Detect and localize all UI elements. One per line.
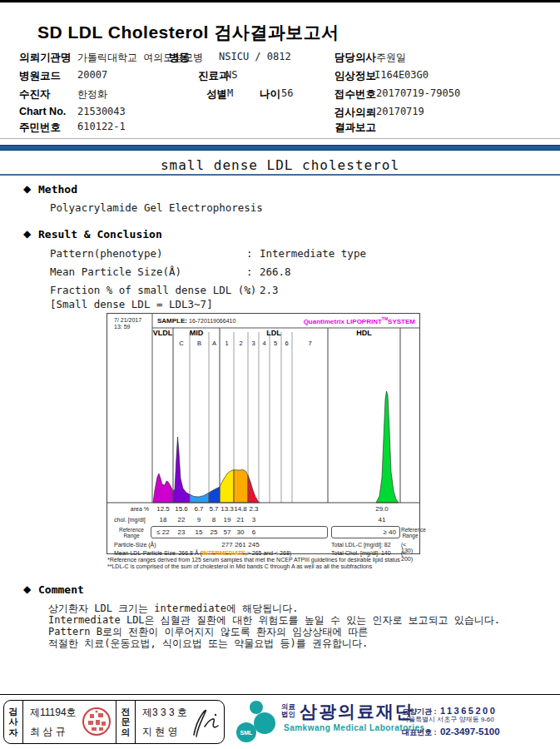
comment-line: Pattern B로의 전환이 이루어지지 않도록 환자의 임상상태에 따른	[48, 626, 368, 638]
row-label-area: area %	[116, 506, 149, 512]
footer-divider	[0, 694, 560, 695]
total-ldl-label: Total LDL-C [mg/dl]:	[331, 542, 383, 548]
value-test-request: 20170719	[376, 106, 424, 117]
mid-a-band	[209, 487, 220, 503]
comment-line: Intermediate LDL은 심혈관 질환에 대한 위험도를 높일 수 있…	[48, 614, 500, 627]
examiner-detail-cell: 제11194호 최 삼 규	[23, 701, 116, 743]
examiner-name: 최 삼 규	[30, 725, 66, 739]
lab-report-page: { "glyphs": { "diamond": "◆", "colon": "…	[0, 0, 560, 749]
label-ward: 병동	[169, 51, 190, 65]
label-result-report: 결과보고	[335, 121, 376, 135]
sml-logo-icon: SML	[235, 699, 278, 747]
comment-line: 적절한 치료(운동요법, 식이요법 또는 약물요법 등)를 권유합니다.	[48, 637, 368, 650]
mean-range: ;> 265 and < 268)	[245, 550, 291, 556]
value-resident-no: 610122-1	[77, 121, 126, 132]
sample-id: 16-720119066410	[189, 318, 235, 324]
examiner-label: 검사자	[8, 707, 19, 737]
reference-word: Reference	[119, 527, 144, 533]
org-type: 의료 법인	[281, 703, 295, 718]
ldl-sub-1: 1	[220, 340, 234, 347]
mid-sub-b: B	[190, 340, 209, 347]
area-value: 29.0	[371, 505, 393, 513]
lipoprint-brand: Quantimetrix LIPOPRINTTMSYSTEM	[304, 316, 415, 325]
result-label: Fraction % of small dense LDL (%)	[50, 284, 256, 296]
result-colon: :	[246, 284, 253, 296]
group-hdl: HDL	[328, 329, 400, 337]
examiner-cell: 검사자	[4, 701, 23, 743]
result-colon: :	[246, 265, 253, 278]
brand-prefix: Quantimetrix LIPOPRINT	[304, 318, 382, 325]
label-resident-no: 주민번호	[19, 121, 61, 135]
specialist-name: 지 현 영	[142, 725, 178, 739]
examiner-cert-no: 제11194호	[30, 706, 77, 720]
divider-thick-navy	[0, 145, 560, 151]
comment-heading: Comment	[38, 583, 84, 596]
label-receipt-no: 접수번호	[335, 87, 376, 102]
mean-particle-row: Mean LDL-Particle Size: 266.8 Å (INTERME…	[114, 550, 291, 556]
divider-thin	[0, 138, 560, 139]
value-patient: 한정화	[77, 87, 107, 102]
specialist-detail-cell: 제3 3 3 호 지 현 영	[136, 701, 224, 743]
row-label-chol: chol. [mg/dl]	[114, 517, 146, 523]
brand-tm: TM	[382, 316, 388, 321]
brand-suffix: SYSTEM	[388, 318, 415, 325]
label-sex: 성별	[206, 87, 227, 102]
total-chol-label: Total Chol. [mg/dl]:	[331, 550, 379, 556]
label-chart-no: Chart No.	[19, 106, 66, 117]
page-title: SD LDL Cholesterol 검사결과보고서	[37, 21, 339, 44]
label-institution: 의뢰기관명	[19, 51, 72, 65]
vldl-peak	[153, 474, 173, 503]
value-department: NS	[225, 69, 237, 81]
ldl-sub-5: 5	[270, 340, 281, 347]
lipoprint-chart: 7/ 21/2017 13: 59 SAMPLE: 16-72011906641…	[107, 313, 420, 554]
result-note: [Small dense LDL = LDL3~7]	[50, 298, 213, 310]
diamond-icon: ◆	[23, 583, 31, 595]
value-sex: M	[227, 87, 233, 99]
total-ldl-c: Total LDL-C [mg/dl]: 82	[331, 542, 391, 548]
label-test-request: 검사의뢰	[335, 106, 376, 120]
org-info-line3: 대표번호 : 02-3497-5100	[402, 723, 500, 738]
sml-logo-text: SML	[240, 730, 254, 736]
info3-label: 대표번호 :	[402, 728, 437, 737]
value-clinical-info: I164E03G0	[374, 69, 429, 81]
label-age: 나이	[260, 87, 280, 102]
ref-value: 6	[243, 528, 265, 536]
sample-label: SAMPLE:	[157, 317, 187, 325]
diamond-icon: ◆	[23, 183, 31, 195]
mean-classification: INTERMEDIATE	[202, 550, 245, 556]
signature-box: 검사자 제11194호 최 삼 규 전문의 제3 3 3 호 지 현 영	[3, 700, 225, 744]
mid-sub-a: A	[209, 340, 220, 347]
section-title: small dense LDL cholesterol	[0, 157, 560, 173]
total-chol-ref: (< 200)	[401, 550, 419, 562]
mean-label: Mean LDL-Particle Size:	[114, 550, 176, 556]
org-type-line2: 법인	[281, 710, 295, 718]
group-ldl: LDL	[220, 329, 328, 337]
ldl-sub-2: 2	[234, 340, 248, 347]
diamond-icon: ◆	[23, 228, 31, 240]
mid-b-band	[190, 493, 209, 503]
value-ward: NSICU / 0812	[219, 51, 291, 62]
ldl2-band	[234, 470, 248, 503]
result-heading: Result & Conclusion	[38, 228, 162, 241]
chol-value: 3	[243, 516, 265, 523]
divider-under-title	[0, 174, 560, 176]
group-vldl: VLDL	[152, 329, 173, 337]
chart-footnote-2: **LDL-C is comprised of the sum of chole…	[107, 563, 372, 569]
ldl-sub-3: 3	[248, 340, 259, 347]
examiner-stamp-icon	[82, 707, 112, 737]
total-chol: Total Chol. [mg/dl]: 140	[331, 550, 391, 556]
chart-date: 7/ 21/2017	[114, 317, 141, 323]
ldl-sub-4: 4	[259, 340, 270, 347]
area-value: 2.3	[243, 505, 265, 513]
value-age: 56	[281, 87, 293, 99]
mid-sub-c: C	[173, 340, 190, 347]
total-chol-value: 140	[381, 550, 391, 556]
method-value: Polyacrylamide Gel Electrophoresis	[50, 201, 263, 214]
org-name: 삼광의료재단	[300, 700, 414, 723]
result-label: Mean Particle Size(Å)	[50, 265, 181, 278]
result-value: Intermediate type	[260, 247, 366, 260]
chart-time: 13: 59	[114, 324, 130, 330]
row-label-reference-left: Reference Range	[114, 527, 149, 538]
reference-word: Range	[123, 533, 139, 538]
ldl3-band	[248, 475, 260, 503]
